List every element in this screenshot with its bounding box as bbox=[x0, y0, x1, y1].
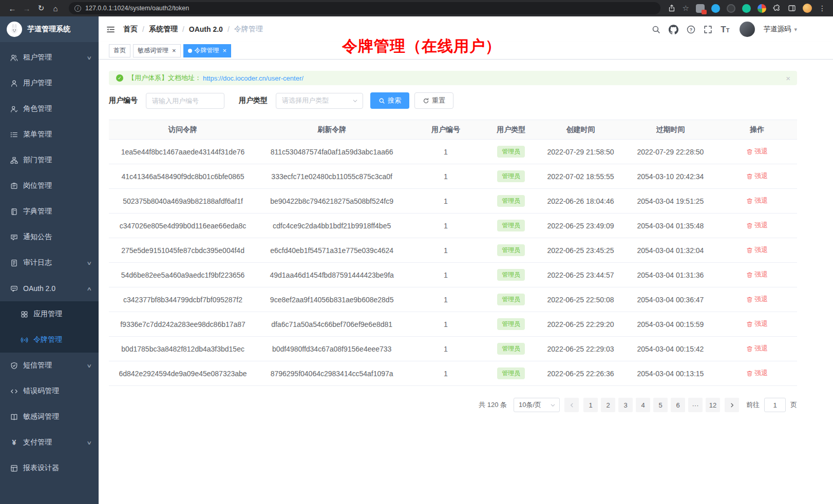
browser-home-icon[interactable]: ⌂ bbox=[49, 2, 62, 14]
user-menu[interactable]: 芋道源码 ▾ bbox=[763, 25, 797, 34]
browser-reload-icon[interactable]: ↻ bbox=[35, 2, 47, 14]
page-button[interactable]: 1 bbox=[583, 398, 598, 412]
force-logout-button[interactable]: 强退 bbox=[746, 295, 768, 304]
extension-icon[interactable] bbox=[696, 4, 705, 13]
page-button[interactable]: ··· bbox=[688, 398, 703, 412]
refresh-token-cell: 8796295f04064c2983414cc54af1097a bbox=[257, 361, 407, 386]
extensions-puzzle-icon[interactable] bbox=[773, 4, 781, 12]
close-icon[interactable]: × bbox=[223, 47, 227, 54]
prev-page-button[interactable] bbox=[564, 398, 579, 412]
sidebar-item-oauth2[interactable]: OAuth 2.0 ∧ bbox=[0, 276, 99, 301]
reset-button[interactable]: 重置 bbox=[414, 92, 453, 109]
sidebar-item-error-code[interactable]: 错误码管理 bbox=[0, 378, 99, 404]
browser-forward-icon[interactable]: → bbox=[21, 2, 33, 14]
sidebar-item-user[interactable]: 用户管理 bbox=[0, 70, 99, 96]
close-icon[interactable]: × bbox=[172, 47, 176, 54]
goto-page-input[interactable] bbox=[764, 398, 786, 412]
user-type-cell: 管理员 bbox=[485, 140, 538, 164]
tab-home[interactable]: 首页 bbox=[109, 44, 130, 57]
force-logout-button[interactable]: 强退 bbox=[746, 221, 768, 230]
action-cell: 强退 bbox=[717, 361, 797, 386]
user-type-badge: 管理员 bbox=[497, 367, 525, 379]
sidebar-item-sms[interactable]: 短信管理 ∨ bbox=[0, 353, 99, 378]
sidebar-item-dict[interactable]: 字典管理 bbox=[0, 199, 99, 224]
sidebar-item-audit-log[interactable]: 审计日志 ∨ bbox=[0, 250, 99, 276]
extension-icon[interactable] bbox=[742, 4, 751, 13]
address-bar[interactable]: i 127.0.0.1:1024/system/oauth2/token bbox=[69, 2, 660, 14]
refresh-token-cell: 9ce8ef2aa9f14056b831ae9b608e28d5 bbox=[257, 287, 407, 312]
page-button[interactable]: 2 bbox=[601, 398, 615, 412]
breadcrumb-item[interactable]: 首页 bbox=[123, 25, 138, 34]
sidebar-item-notice[interactable]: 通知公告 bbox=[0, 224, 99, 250]
force-logout-button[interactable]: 强退 bbox=[746, 270, 768, 279]
search-icon[interactable] bbox=[652, 25, 660, 34]
side-panel-icon[interactable] bbox=[788, 4, 796, 12]
page-button[interactable]: 3 bbox=[618, 398, 633, 412]
tab-token[interactable]: 令牌管理 × bbox=[183, 44, 232, 57]
sidebar-item-oauth-token[interactable]: 令牌管理 bbox=[0, 327, 99, 353]
force-logout-label: 强退 bbox=[754, 319, 768, 328]
github-icon[interactable] bbox=[669, 25, 678, 34]
table-header-row: 访问令牌 刷新令牌 用户编号 用户类型 创建时间 过期时间 操作 bbox=[109, 120, 797, 140]
sidebar-item-oauth-app[interactable]: 应用管理 bbox=[0, 301, 99, 327]
extension-icon[interactable] bbox=[727, 4, 735, 13]
page-button[interactable]: 5 bbox=[653, 398, 668, 412]
bookmark-star-icon[interactable]: ☆ bbox=[683, 4, 689, 13]
help-icon[interactable]: ? bbox=[687, 25, 695, 34]
search-button[interactable]: 搜索 bbox=[370, 92, 409, 109]
created-time-cell: 2022-06-25 22:29:20 bbox=[538, 312, 624, 337]
force-logout-button[interactable]: 强退 bbox=[746, 369, 768, 378]
sidebar-item-label: 敏感词管理 bbox=[23, 412, 59, 421]
breadcrumb-item[interactable]: 系统管理 bbox=[149, 25, 178, 34]
sidebar-fold-icon[interactable] bbox=[106, 25, 116, 34]
fullscreen-icon[interactable] bbox=[704, 25, 712, 34]
menu-icon bbox=[10, 131, 18, 139]
next-page-button[interactable] bbox=[725, 398, 739, 412]
page-button[interactable]: 12 bbox=[706, 398, 720, 412]
extension-icon[interactable] bbox=[711, 4, 720, 13]
tab-sensitive-word[interactable]: 敏感词管理 × bbox=[133, 44, 181, 57]
browser-back-icon[interactable]: ← bbox=[6, 2, 18, 14]
doc-alert-text: 【用户体系】文档地址： bbox=[128, 73, 201, 83]
sidebar-item-label: 通知公告 bbox=[23, 232, 52, 242]
access-token-cell: 275e5de9151045fe87cbdc395e004f4d bbox=[109, 238, 257, 263]
browser-profile-avatar[interactable] bbox=[803, 4, 812, 13]
sidebar-item-report-designer[interactable]: 报表设计器 bbox=[0, 455, 99, 481]
app-logo[interactable]: 芋道管理系统 bbox=[0, 16, 99, 42]
font-size-icon[interactable]: TT bbox=[721, 25, 729, 34]
site-info-icon[interactable]: i bbox=[74, 5, 81, 12]
extension-icon[interactable] bbox=[758, 4, 766, 13]
expire-time-cell: 2054-03-04 00:15:59 bbox=[623, 312, 717, 337]
column-header-expire-time: 过期时间 bbox=[623, 120, 717, 140]
url-text: 127.0.0.1:1024/system/oauth2/token bbox=[85, 5, 189, 12]
user-id-input[interactable] bbox=[146, 93, 224, 109]
force-logout-button[interactable]: 强退 bbox=[746, 319, 768, 328]
browser-menu-icon[interactable]: ⋮ bbox=[819, 4, 826, 12]
expire-time-cell: 2054-03-04 19:51:25 bbox=[623, 189, 717, 214]
force-logout-button[interactable]: 强退 bbox=[746, 344, 768, 353]
user-type-select[interactable]: 请选择用户类型 bbox=[276, 93, 363, 109]
page-button[interactable]: 4 bbox=[636, 398, 650, 412]
breadcrumb-item[interactable]: OAuth 2.0 bbox=[189, 25, 223, 33]
goto-label: 前往 bbox=[746, 400, 760, 410]
sidebar-item-sensitive-word[interactable]: 敏感词管理 bbox=[0, 404, 99, 430]
sidebar-item-dept[interactable]: 部门管理 bbox=[0, 147, 99, 173]
share-icon[interactable] bbox=[668, 4, 676, 12]
force-logout-button[interactable]: 强退 bbox=[746, 171, 768, 181]
close-icon[interactable]: × bbox=[786, 74, 790, 82]
force-logout-button[interactable]: 强退 bbox=[746, 147, 768, 156]
action-cell: 强退 bbox=[717, 263, 797, 287]
sidebar-item-menu[interactable]: 菜单管理 bbox=[0, 122, 99, 147]
sidebar-item-post[interactable]: 岗位管理 bbox=[0, 173, 99, 199]
trash-icon bbox=[746, 296, 753, 303]
user-type-badge: 管理员 bbox=[497, 244, 525, 256]
sidebar-item-payment[interactable]: ¥ 支付管理 ∨ bbox=[0, 430, 99, 455]
doc-link[interactable]: https://doc.iocoder.cn/user-center/ bbox=[203, 74, 304, 82]
sidebar-item-tenant[interactable]: 租户管理 ∨ bbox=[0, 45, 99, 70]
force-logout-button[interactable]: 强退 bbox=[746, 245, 768, 255]
user-avatar[interactable] bbox=[740, 22, 755, 37]
page-size-select[interactable]: 10条/页 bbox=[514, 398, 560, 412]
sidebar-item-role[interactable]: 角色管理 bbox=[0, 96, 99, 122]
page-button[interactable]: 6 bbox=[671, 398, 685, 412]
force-logout-button[interactable]: 强退 bbox=[746, 196, 768, 205]
